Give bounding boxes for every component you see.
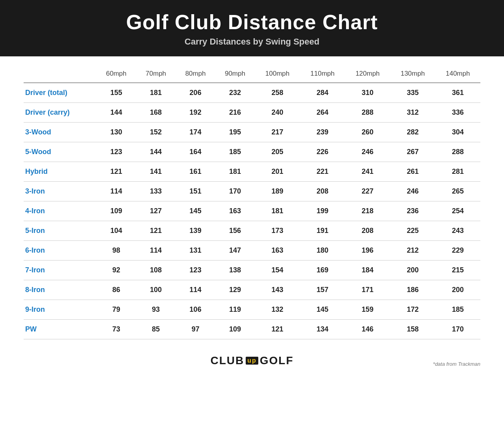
cell-value-5-2: 151	[176, 182, 215, 201]
cell-value-7-8: 243	[435, 221, 480, 241]
col-header-speed-70: 70mph	[136, 66, 176, 83]
cell-value-9-3: 138	[215, 261, 255, 280]
cell-value-7-0: 104	[96, 221, 136, 241]
cell-value-12-2: 97	[176, 320, 215, 339]
table-row: 8-Iron86100114129143157171186200	[24, 280, 480, 300]
cell-value-10-8: 200	[435, 280, 480, 300]
cell-club-4: Hybrid	[24, 162, 96, 182]
cell-value-4-2: 161	[176, 162, 215, 182]
cell-value-2-1: 152	[136, 123, 176, 142]
trackman-attribution: *data from Trackman	[433, 361, 480, 367]
cell-club-7: 5-Iron	[24, 221, 96, 241]
cell-value-6-7: 236	[390, 201, 435, 221]
col-header-speed-80: 80mph	[176, 66, 215, 83]
cell-value-5-1: 133	[136, 182, 176, 201]
cell-value-4-5: 221	[300, 162, 345, 182]
col-header-speed-120: 120mph	[345, 66, 390, 83]
cell-value-3-0: 123	[96, 142, 136, 162]
logo-club: CLUB	[210, 354, 244, 367]
cell-club-6: 4-Iron	[24, 201, 96, 221]
cell-value-9-8: 215	[435, 261, 480, 280]
cell-value-9-6: 184	[345, 261, 390, 280]
cell-value-10-4: 143	[255, 280, 300, 300]
cell-value-7-3: 156	[215, 221, 255, 241]
cell-value-6-1: 127	[136, 201, 176, 221]
cell-value-10-5: 157	[300, 280, 345, 300]
cell-value-11-4: 132	[255, 300, 300, 320]
cell-club-9: 7-Iron	[24, 261, 96, 280]
cell-club-5: 3-Iron	[24, 182, 96, 201]
cell-value-10-7: 186	[390, 280, 435, 300]
cell-value-11-5: 145	[300, 300, 345, 320]
cell-value-4-1: 141	[136, 162, 176, 182]
cell-value-9-7: 200	[390, 261, 435, 280]
col-header-speed-140: 140mph	[435, 66, 480, 83]
cell-value-2-3: 195	[215, 123, 255, 142]
table-row: Driver (carry)14416819221624026428831233…	[24, 103, 480, 123]
cell-value-8-5: 180	[300, 241, 345, 261]
cell-value-7-7: 225	[390, 221, 435, 241]
cell-value-1-4: 240	[255, 103, 300, 123]
logo-golf: GOLF	[260, 354, 294, 367]
cell-value-4-4: 201	[255, 162, 300, 182]
table-row: 7-Iron92108123138154169184200215	[24, 261, 480, 280]
cell-value-9-5: 169	[300, 261, 345, 280]
distance-table: 60mph70mph80mph90mph100mph110mph120mph13…	[24, 66, 480, 339]
cell-value-2-5: 239	[300, 123, 345, 142]
cell-value-0-7: 335	[390, 83, 435, 103]
cell-club-10: 8-Iron	[24, 280, 96, 300]
footer: CLUB up GOLF *data from Trackman	[0, 347, 504, 371]
cell-value-12-8: 170	[435, 320, 480, 339]
cell-value-12-7: 158	[390, 320, 435, 339]
cell-value-1-3: 216	[215, 103, 255, 123]
cell-value-3-6: 246	[345, 142, 390, 162]
cell-value-5-0: 114	[96, 182, 136, 201]
cell-value-6-8: 254	[435, 201, 480, 221]
page-title: Golf Club Distance Chart	[16, 11, 488, 34]
table-row: 5-Wood123144164185205226246267288	[24, 142, 480, 162]
cell-value-12-1: 85	[136, 320, 176, 339]
cell-value-6-4: 181	[255, 201, 300, 221]
cell-value-0-3: 232	[215, 83, 255, 103]
cell-value-6-2: 145	[176, 201, 215, 221]
cell-value-2-4: 217	[255, 123, 300, 142]
cell-value-10-6: 171	[345, 280, 390, 300]
cell-club-1: Driver (carry)	[24, 103, 96, 123]
cell-value-5-3: 170	[215, 182, 255, 201]
cell-value-7-4: 173	[255, 221, 300, 241]
cell-value-2-0: 130	[96, 123, 136, 142]
cell-value-12-4: 121	[255, 320, 300, 339]
cell-value-7-5: 191	[300, 221, 345, 241]
cell-club-0: Driver (total)	[24, 83, 96, 103]
cell-club-3: 5-Wood	[24, 142, 96, 162]
table-row: Hybrid121141161181201221241261281	[24, 162, 480, 182]
table-row: 4-Iron109127145163181199218236254	[24, 201, 480, 221]
cell-value-3-5: 226	[300, 142, 345, 162]
cell-value-9-0: 92	[96, 261, 136, 280]
cell-value-1-2: 192	[176, 103, 215, 123]
table-container: 60mph70mph80mph90mph100mph110mph120mph13…	[0, 56, 504, 347]
cell-value-11-8: 185	[435, 300, 480, 320]
cell-value-10-2: 114	[176, 280, 215, 300]
cell-value-2-8: 304	[435, 123, 480, 142]
cell-value-4-0: 121	[96, 162, 136, 182]
cell-club-8: 6-Iron	[24, 241, 96, 261]
cell-value-0-2: 206	[176, 83, 215, 103]
col-header-speed-60: 60mph	[96, 66, 136, 83]
table-row: 6-Iron98114131147163180196212229	[24, 241, 480, 261]
cell-value-1-6: 288	[345, 103, 390, 123]
col-header-speed-100: 100mph	[255, 66, 300, 83]
cell-value-4-7: 261	[390, 162, 435, 182]
cell-value-6-5: 199	[300, 201, 345, 221]
cell-value-1-7: 312	[390, 103, 435, 123]
table-header-row: 60mph70mph80mph90mph100mph110mph120mph13…	[24, 66, 480, 83]
page-subtitle: Carry Distances by Swing Speed	[16, 37, 488, 47]
cell-value-5-5: 208	[300, 182, 345, 201]
table-row: Driver (total)15518120623225828431033536…	[24, 83, 480, 103]
cell-value-5-8: 265	[435, 182, 480, 201]
cell-value-0-8: 361	[435, 83, 480, 103]
cell-value-6-3: 163	[215, 201, 255, 221]
brand-logo: CLUB up GOLF	[210, 354, 293, 367]
cell-value-2-6: 260	[345, 123, 390, 142]
cell-value-3-3: 185	[215, 142, 255, 162]
